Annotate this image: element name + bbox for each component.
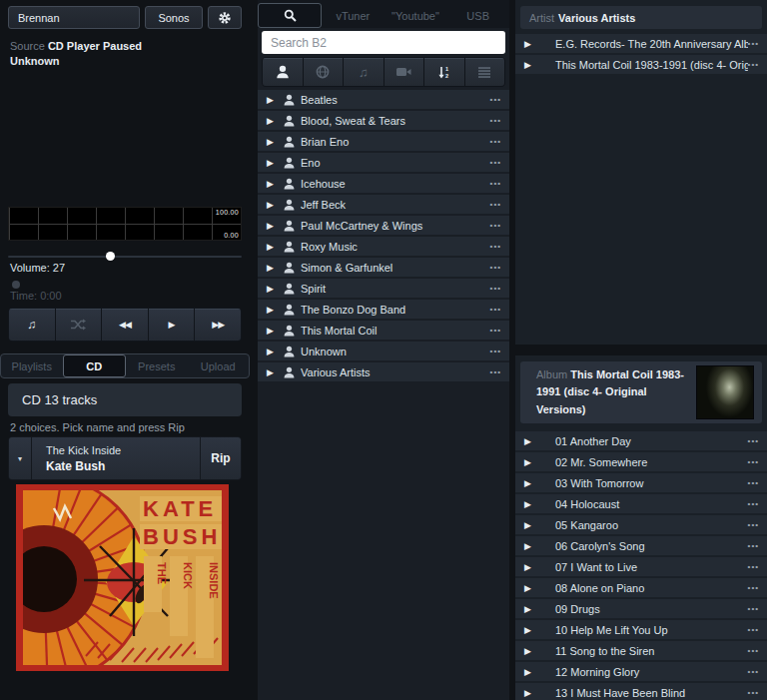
more-options-button[interactable]: ••• — [490, 137, 509, 146]
track-row[interactable]: ▶ 04 Holocaust ••• — [515, 494, 767, 513]
more-options-button[interactable]: ••• — [748, 667, 767, 676]
music-mode-button[interactable]: ♫ — [9, 309, 55, 341]
settings-button[interactable] — [208, 6, 242, 29]
play-icon[interactable]: ▶ — [515, 499, 541, 509]
more-options-button[interactable]: ••• — [490, 116, 509, 125]
play-icon[interactable]: ▶ — [258, 179, 284, 189]
more-options-button[interactable]: ••• — [748, 39, 767, 48]
play-icon[interactable]: ▶ — [515, 541, 541, 551]
artist-row[interactable]: ▶ Roxy Music ••• — [258, 237, 509, 256]
artist-row[interactable]: ▶ Beatles ••• — [258, 90, 509, 109]
more-options-button[interactable]: ••• — [748, 625, 767, 634]
tab-upload[interactable]: Upload — [188, 354, 250, 377]
track-row[interactable]: ▶ 11 Song to the Siren ••• — [515, 641, 767, 660]
play-icon[interactable]: ▶ — [515, 604, 541, 614]
play-icon[interactable]: ▶ — [515, 646, 541, 656]
list-view-button[interactable] — [465, 58, 505, 86]
play-icon[interactable]: ▶ — [258, 326, 284, 336]
play-icon[interactable]: ▶ — [515, 60, 541, 70]
more-options-button[interactable]: ••• — [490, 263, 509, 272]
artist-row[interactable]: ▶ Paul McCartney & Wings ••• — [258, 216, 509, 235]
cd-name-choice[interactable]: The Kick Inside Kate Bush — [32, 437, 200, 479]
play-icon[interactable]: ▶ — [258, 242, 284, 252]
brennan-button[interactable]: Brennan — [8, 6, 140, 29]
tab-usb[interactable]: USB — [446, 3, 509, 28]
track-row[interactable]: ▶ 05 Kangaroo ••• — [515, 515, 767, 534]
shuffle-button[interactable] — [56, 309, 102, 341]
play-icon[interactable]: ▶ — [258, 116, 284, 126]
more-options-button[interactable]: ••• — [748, 562, 767, 571]
play-icon[interactable]: ▶ — [515, 562, 541, 572]
play-icon[interactable]: ▶ — [515, 39, 541, 49]
play-icon[interactable]: ▶ — [515, 436, 541, 446]
tab-youtube[interactable]: "Youtube" — [384, 3, 447, 28]
album-row[interactable]: ▶ This Mortal Coil 1983-1991 (disc 4- Or… — [515, 55, 767, 74]
artist-row[interactable]: ▶ Blood, Sweat & Tears ••• — [258, 111, 509, 130]
play-icon[interactable]: ▶ — [258, 263, 284, 273]
play-icon[interactable]: ▶ — [258, 284, 284, 294]
play-icon[interactable]: ▶ — [258, 200, 284, 210]
play-icon[interactable]: ▶ — [515, 520, 541, 530]
sort-numeric-button[interactable]: 1 2 — [424, 58, 464, 86]
play-icon[interactable]: ▶ — [258, 137, 284, 147]
play-icon[interactable]: ▶ — [515, 688, 541, 698]
more-options-button[interactable]: ••• — [490, 305, 509, 314]
more-options-button[interactable]: ••• — [490, 367, 509, 376]
artist-row[interactable]: ▶ Icehouse ••• — [258, 174, 509, 193]
artist-row[interactable]: ▶ Unknown ••• — [258, 342, 509, 360]
sonos-button[interactable]: Sonos — [145, 6, 203, 29]
search-input[interactable] — [262, 31, 505, 54]
play-icon[interactable]: ▶ — [515, 583, 541, 593]
rip-button[interactable]: Rip — [201, 437, 241, 479]
more-options-button[interactable]: ••• — [748, 646, 767, 655]
more-options-button[interactable]: ••• — [490, 95, 509, 104]
track-row[interactable]: ▶ 08 Alone on Piano ••• — [515, 578, 767, 597]
play-icon[interactable]: ▶ — [258, 367, 284, 377]
name-choice-dropdown[interactable]: ▾ — [9, 437, 31, 479]
more-options-button[interactable]: ••• — [748, 60, 767, 69]
play-icon[interactable]: ▶ — [258, 158, 284, 168]
more-options-button[interactable]: ••• — [748, 457, 767, 466]
more-options-button[interactable]: ••• — [490, 242, 509, 251]
volume-slider-handle[interactable] — [106, 252, 115, 261]
filter-albums-button[interactable] — [304, 58, 344, 86]
tab-playlists[interactable]: Playlists — [1, 354, 63, 377]
filter-tracks-button[interactable]: ♫ — [344, 58, 384, 86]
play-icon[interactable]: ▶ — [258, 347, 284, 356]
tab-search[interactable] — [258, 3, 322, 28]
play-icon[interactable]: ▶ — [515, 625, 541, 635]
tab-vtuner[interactable]: vTuner — [322, 3, 384, 28]
artist-row[interactable]: ▶ Jeff Beck ••• — [258, 195, 509, 214]
more-options-button[interactable]: ••• — [490, 326, 509, 335]
artist-row[interactable]: ▶ Spirit ••• — [258, 279, 509, 298]
more-options-button[interactable]: ••• — [490, 284, 509, 293]
more-options-button[interactable]: ••• — [490, 200, 509, 209]
more-options-button[interactable]: ••• — [490, 158, 509, 167]
volume-slider[interactable] — [8, 256, 242, 258]
track-row[interactable]: ▶ 01 Another Day ••• — [515, 431, 767, 450]
track-row[interactable]: ▶ 02 Mr. Somewhere ••• — [515, 452, 767, 471]
play-icon[interactable]: ▶ — [515, 457, 541, 467]
more-options-button[interactable]: ••• — [490, 347, 509, 355]
more-options-button[interactable]: ••• — [748, 604, 767, 613]
play-button[interactable]: ▶ — [149, 309, 195, 341]
artist-row[interactable]: ▶ Brian Eno ••• — [258, 132, 509, 151]
play-icon[interactable]: ▶ — [258, 221, 284, 231]
play-icon[interactable]: ▶ — [258, 95, 284, 105]
track-row[interactable]: ▶ 03 With Tomorrow ••• — [515, 473, 767, 492]
tab-presets[interactable]: Presets — [126, 354, 188, 377]
time-slider-handle[interactable] — [12, 281, 20, 289]
filter-artists-button[interactable] — [263, 58, 303, 86]
more-options-button[interactable]: ••• — [748, 520, 767, 529]
more-options-button[interactable]: ••• — [490, 221, 509, 230]
artist-row[interactable]: ▶ This Mortal Coil ••• — [258, 321, 509, 340]
more-options-button[interactable]: ••• — [748, 583, 767, 592]
play-icon[interactable]: ▶ — [258, 305, 284, 315]
artist-row[interactable]: ▶ Eno ••• — [258, 153, 509, 172]
rewind-button[interactable]: ◀◀ — [102, 309, 148, 341]
track-row[interactable]: ▶ 09 Drugs ••• — [515, 599, 767, 618]
more-options-button[interactable]: ••• — [748, 499, 767, 508]
track-row[interactable]: ▶ 07 I Want to Live ••• — [515, 557, 767, 576]
play-icon[interactable]: ▶ — [515, 478, 541, 488]
track-row[interactable]: ▶ 13 I Must Have Been Blind ••• — [515, 683, 767, 700]
